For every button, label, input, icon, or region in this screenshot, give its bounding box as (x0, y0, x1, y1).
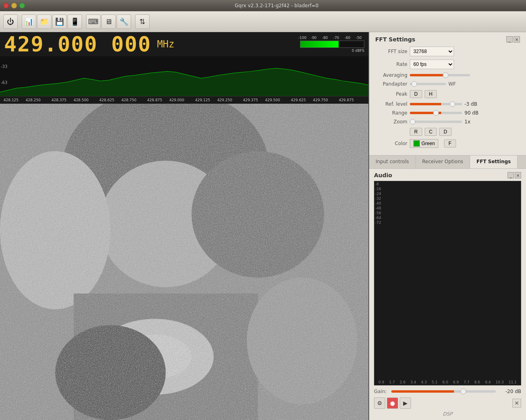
panel-close-btn[interactable]: × (514, 36, 520, 43)
waterfall-image (0, 104, 368, 420)
r-button[interactable]: R (410, 128, 422, 136)
tab-input-controls[interactable]: Input controls (369, 156, 416, 168)
minimize-button[interactable] (11, 3, 17, 8)
audio-minimize-btn[interactable]: _ (508, 172, 514, 178)
audio-db-8: -8 (375, 182, 379, 186)
peak-h-button[interactable]: H (425, 90, 437, 98)
audio-close-btn[interactable]: × (515, 172, 521, 178)
audio-db-40: -40 (375, 201, 381, 205)
audio-settings-button[interactable]: ⚙ (374, 397, 385, 409)
zoom-slider[interactable] (410, 121, 462, 123)
audio-record-button[interactable]: ● (387, 397, 398, 409)
audio-freq-axis: 0.9 1.7 2.6 3.4 4.3 5.1 6.0 6.9 7.7 8.6 … (374, 379, 521, 385)
frequency-axis: 428.125 428.250 428.375 428.500 428.625 … (0, 96, 368, 104)
ref-level-slider[interactable] (410, 103, 462, 105)
dsp-label: DSP (374, 411, 521, 417)
tools-button[interactable]: 🔧 (117, 14, 131, 29)
left-panel: 429.000 000 MHz -100 -90 -80 -70 -60 -50… (0, 32, 369, 420)
freq-tick: 428.875 (147, 98, 162, 102)
panel-minimize-btn[interactable]: _ (506, 36, 513, 43)
fft-settings-title: FFT Settings (375, 36, 415, 43)
color-swatch (413, 140, 420, 147)
frequency-value[interactable]: 429.000 000 (4, 32, 151, 56)
freq-tick: 428.500 (74, 98, 88, 102)
zoom-label: Zoom (375, 119, 407, 125)
audio-title: Audio (374, 172, 392, 178)
gain-value: -20 dB (499, 389, 521, 394)
pandapter-slider[interactable] (410, 83, 446, 85)
averaging-label: Averaging (375, 72, 407, 78)
audio-x-button[interactable]: ✕ (512, 399, 521, 408)
averaging-slider[interactable] (410, 74, 470, 76)
audio-chart: -8 -16 -24 -32 -40 -48 -56 -64 -72 0.9 1… (374, 181, 521, 385)
audio-db-32: -32 (375, 197, 381, 201)
averaging-row: Averaging (375, 72, 520, 78)
network-button[interactable]: 🖥 (101, 14, 116, 29)
range-row: Range 90 dB (375, 110, 520, 116)
audio-header: Audio _ × (374, 172, 521, 178)
range-label: Range (375, 110, 407, 116)
fft-size-row: FFT size 32768 (375, 47, 520, 56)
audio-panel-buttons: _ × (508, 172, 521, 178)
peak-d-button[interactable]: D (410, 90, 422, 98)
frequency-display: 429.000 000 MHz -100 -90 -80 -70 -60 -50… (0, 32, 368, 56)
freq-tick: 429.500 (265, 98, 280, 102)
audio-db-56: -56 (375, 211, 381, 215)
maximize-button[interactable] (19, 3, 25, 8)
tab-fft-settings[interactable]: FFT Settings (470, 156, 518, 168)
signal-meter: -100 -90 -80 -70 -60 -50 0 dBFS (297, 36, 364, 53)
panel-buttons: _ × (506, 36, 520, 43)
peak-label: Peak (375, 91, 407, 97)
fft-size-label: FFT size (375, 49, 407, 54)
gain-row: Gain: -20 dB (374, 389, 521, 394)
spectrum-button[interactable]: 📊 (22, 14, 36, 29)
fft-size-select[interactable]: 32768 (410, 47, 454, 56)
io-button[interactable]: 📱 (68, 14, 82, 29)
freq-tick: 429.750 (313, 98, 328, 102)
signal-scale: -100 -90 -80 -70 -60 -50 (297, 36, 364, 40)
color-picker-button[interactable]: Green (410, 139, 438, 148)
rcd-row: R C D (375, 128, 520, 136)
rate-select[interactable]: 60 fps (410, 59, 454, 69)
d-button[interactable]: D (439, 128, 452, 136)
fft-settings-header: FFT Settings _ × (375, 36, 520, 43)
power-button[interactable]: ⏻ (3, 14, 18, 29)
audio-db-16: -16 (375, 187, 381, 191)
close-button[interactable] (3, 3, 9, 8)
audio-panel: Audio _ × -8 -16 -24 -32 -40 -48 -56 -64… (369, 169, 526, 420)
f-button[interactable]: F (444, 139, 456, 148)
gain-slider[interactable] (391, 390, 496, 393)
wf-label: WF (448, 81, 456, 87)
toolbar: ⏻ 📊 📁 💾 📱 ⌨ 🖥 🔧 ⇅ (0, 11, 526, 32)
audio-db-48: -48 (375, 206, 381, 210)
spectrum-svg (0, 56, 368, 96)
freq-tick: 429.625 (291, 98, 306, 102)
window-title: Gqrx v2.3.2-171-g2f42 - bladerf=0 (31, 3, 523, 8)
save-button[interactable]: 💾 (52, 14, 67, 29)
tab-receiver-options[interactable]: Receiver Options (416, 156, 470, 168)
rate-row: Rate 60 fps (375, 59, 520, 69)
freq-tick: 428.625 (99, 98, 114, 102)
signal-level (300, 41, 339, 47)
audio-db-64: -64 (375, 216, 381, 220)
open-button[interactable]: 📁 (37, 14, 51, 29)
fft-settings-panel: FFT Settings _ × FFT size 32768 Rate (369, 32, 526, 155)
audio-db-72: -72 (375, 221, 381, 225)
freq-tick: 429.375 (243, 98, 258, 102)
audio-db-24: -24 (375, 192, 381, 196)
c-button[interactable]: C (425, 128, 437, 136)
ref-level-value: -3 dB (464, 101, 485, 107)
waterfall[interactable] (0, 104, 368, 420)
settings-button[interactable]: ⌨ (86, 14, 101, 29)
rate-label: Rate (375, 61, 407, 67)
frequency-unit: MHz (157, 39, 174, 50)
ref-level-row: Ref. level -3 dB (375, 101, 520, 107)
color-value: Green (421, 141, 435, 146)
freq-tick: 428.125 (4, 98, 18, 102)
spectrum-area[interactable]: -33 -63 (0, 56, 368, 96)
range-slider[interactable] (410, 112, 462, 114)
audio-play-button[interactable]: ▶ (400, 397, 411, 409)
signal-bar (300, 41, 364, 48)
tab-bar: Input controls Receiver Options FFT Sett… (369, 155, 526, 169)
arrows-button[interactable]: ⇅ (135, 14, 150, 29)
